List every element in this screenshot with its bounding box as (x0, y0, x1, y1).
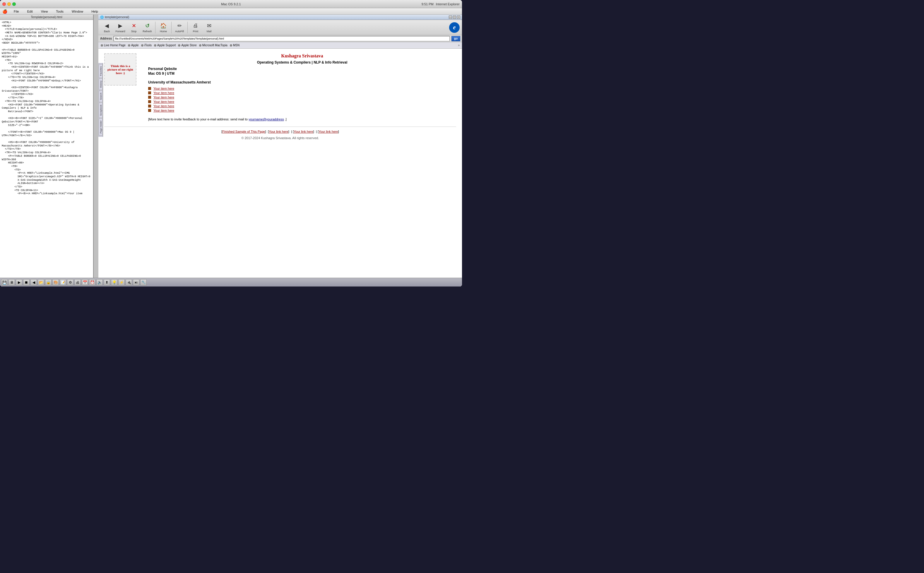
code-line: <X-SAS-WINDOW TOP=51 BOTTOM=600 LEFT=79 … (2, 35, 91, 38)
taskbar-item-9[interactable]: 📝 (60, 279, 66, 286)
browser-close-btn[interactable]: × (457, 16, 460, 19)
browser-win-controls: — □ × (449, 16, 460, 19)
taskbar-item-19[interactable]: ⏯ (133, 279, 139, 286)
menu-window[interactable]: Window (70, 9, 85, 14)
list-item: Your item here (148, 100, 456, 103)
footer-link-3[interactable]: Your link here (293, 130, 313, 133)
minimize-button[interactable] (7, 2, 11, 6)
menu-view[interactable]: View (39, 9, 50, 14)
bookmark-mactopia[interactable]: Microsoft MacTopia (199, 44, 228, 47)
taskbar-item-3[interactable]: ▶ (16, 279, 22, 286)
item-link-5[interactable]: Your item here (153, 104, 174, 108)
footer-link-2[interactable]: Your link here (269, 130, 289, 133)
taskbar-item-14[interactable]: 🔈 (96, 279, 103, 286)
browser-title-bar: 🌐 template(personal) — □ × (98, 15, 462, 20)
bookmark-dot (101, 44, 103, 47)
code-line: <P><B><A HREF="Linksample.html">Your ite… (2, 192, 91, 196)
ie-address-bar: Address go (98, 35, 462, 42)
bookmark-livehomepage[interactable]: Live Home Page (101, 44, 126, 47)
autofill-button[interactable]: ✏ AutoFill (173, 21, 186, 34)
taskbar-item-16[interactable]: 💡 (111, 279, 117, 286)
item-link-4[interactable]: Your item here (153, 100, 174, 103)
back-button[interactable]: ◀ Back (101, 21, 113, 34)
taskbar-item-5[interactable]: ◀ (30, 279, 37, 286)
address-label: Address (100, 37, 112, 40)
item-link-1[interactable]: Your item here (153, 87, 174, 90)
browser-minimize-btn[interactable]: — (449, 16, 452, 19)
taskbar-item-11[interactable]: 🖨 (74, 279, 81, 286)
favorites-tab[interactable]: Favorites (99, 64, 103, 78)
bookmark-msn[interactable]: MSN (230, 44, 239, 47)
history-tab[interactable]: History (99, 78, 103, 90)
browser-title-text: template(personal) (105, 16, 129, 19)
print-button[interactable]: 🖨 Print (189, 21, 202, 34)
taskbar-item-7[interactable]: 🔒 (45, 279, 52, 286)
taskbar-item-10[interactable]: ⚙ (67, 279, 73, 286)
mail-button[interactable]: ✉ Mail (203, 21, 215, 34)
item-link-3[interactable]: Your item here (153, 96, 174, 99)
code-line: <H3><CENTER><FONT COLOR="#AF0000">Kushag… (2, 86, 91, 93)
code-line: SRC="Graphics/persimage3.GIF" WIDTH=9 HE… (2, 175, 91, 179)
taskbar-item-1[interactable]: 💾 (1, 279, 8, 286)
footer-link-1[interactable]: Finished Sample of This Page (222, 130, 265, 133)
code-line: <TD VALIGN=top ROWSPAN=3 COLSPAN=2> (2, 62, 91, 66)
traffic-lights (2, 2, 16, 6)
close-button[interactable] (2, 2, 6, 6)
ie-side-tabs: Favorites History Search Scrapbook Page … (98, 63, 103, 137)
bookmark-itools[interactable]: iTools (141, 44, 152, 47)
forward-button[interactable]: ▶ Forward (114, 21, 126, 34)
menu-edit[interactable]: Edit (25, 9, 34, 14)
maximize-button[interactable] (12, 2, 16, 6)
taskbar-item-20[interactable]: 🔧 (140, 279, 147, 286)
footer-link-4[interactable]: Your link here (318, 130, 338, 133)
code-line: Retrieval</FONT> (2, 110, 91, 114)
editor-content[interactable]: <HTML> <HEAD> <TITLE>template(personal)<… (0, 20, 93, 286)
menu-help[interactable]: Help (90, 9, 100, 14)
menu-file[interactable]: File (12, 9, 21, 14)
search-tab[interactable]: Search (99, 91, 103, 102)
title-bar-right: 9:51 PM Internet Explorer (421, 2, 460, 6)
item-link-2[interactable]: Your item here (153, 91, 174, 95)
taskbar-item-13[interactable]: ⏰ (89, 279, 95, 286)
taskbar-item-12[interactable]: 📅 (82, 279, 88, 286)
taskbar-item-15[interactable]: ⬆ (104, 279, 110, 286)
code-line: <HTML> (2, 21, 91, 25)
browser-restore-btn[interactable]: □ (453, 16, 456, 19)
bookmark-applesupport[interactable]: Apple Support (154, 44, 176, 47)
home-button[interactable]: 🏠 Home (157, 21, 170, 34)
bookmark-apple[interactable]: Apple (128, 44, 139, 47)
code-line: <H1><FONT COLOR="#AF0000">&nbsp;</FONT><… (2, 79, 91, 83)
bookmark-applestore[interactable]: Apple Store (178, 44, 197, 47)
person-os: Mac OS 9 | UTM (148, 72, 456, 75)
mac-window: Mac OS 9.2.1 9:51 PM Internet Explorer 🍎… (0, 0, 462, 286)
home-icon: 🏠 (160, 22, 167, 29)
code-line: X-SAS-UseImageWidth X-SAS-UseImageHeight (2, 179, 91, 182)
menu-tools[interactable]: Tools (54, 9, 65, 14)
taskbar-item-4[interactable]: ⏹ (23, 279, 30, 286)
taskbar-item-6[interactable]: 📂 (38, 279, 44, 286)
taskbar-item-17[interactable]: ⚡ (118, 279, 125, 286)
apple-menu[interactable]: 🍎 (2, 9, 7, 14)
feedback-email-link[interactable]: yourname@youraddress (248, 117, 284, 121)
item-link-6[interactable]: Your item here (153, 109, 174, 112)
code-line: <TD> (2, 168, 91, 172)
print-icon: 🖨 (192, 22, 199, 29)
taskbar-item-2[interactable]: 🖥 (8, 279, 15, 286)
stop-button[interactable]: ✕ Stop (128, 21, 140, 34)
go-button[interactable]: go (451, 36, 460, 41)
code-line: SIZE="-2"><BR> (2, 124, 91, 127)
mail-icon: ✉ (206, 22, 212, 29)
toolbar-separator-3 (187, 22, 188, 33)
scrapbook-tab[interactable]: Scrapbook (99, 103, 103, 118)
taskbar-item-8[interactable]: 🎨 (52, 279, 59, 286)
item-bullet (148, 87, 151, 90)
page-left-column: Think this is a picture of me right here… (104, 53, 145, 88)
code-line: </TD></TR> (2, 148, 91, 151)
taskbar-item-18[interactable]: 🔌 (126, 279, 132, 286)
address-input[interactable] (114, 36, 450, 41)
pageholder-tab[interactable]: Page Holder (99, 118, 103, 135)
code-line: <HEAD> (2, 25, 91, 28)
code-line: <TR> (2, 165, 91, 168)
bookmarks-chevrons[interactable]: » (458, 44, 460, 47)
refresh-button[interactable]: ↺ Refresh (141, 21, 153, 34)
